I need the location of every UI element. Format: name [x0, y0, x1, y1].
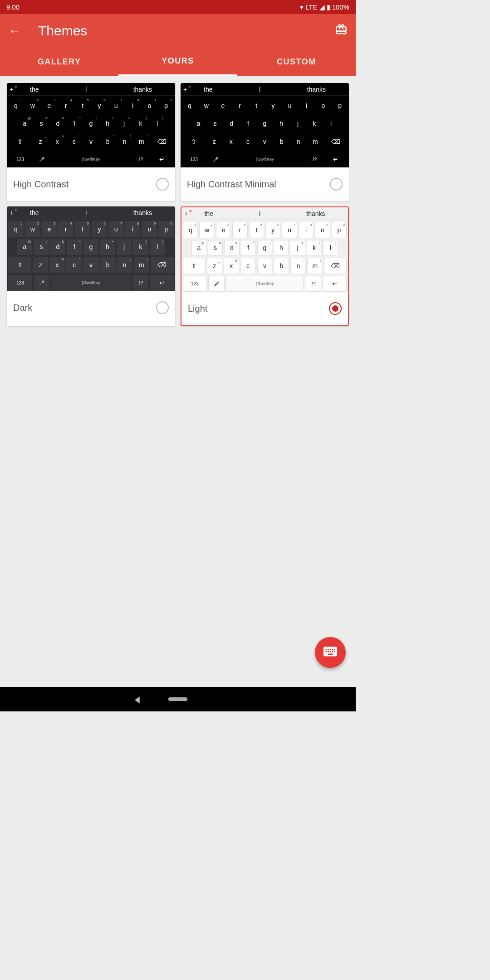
key: "c: [66, 257, 82, 273]
theme-card-high-contrast-minimal[interactable]: + the I thanks qwertyuiopasdfghjkl⇧zxcvb…: [181, 83, 349, 201]
notification-dot-icon: [189, 86, 191, 88]
key: 7u: [108, 221, 124, 237]
key: +h: [100, 239, 115, 255]
key: ;n: [290, 258, 306, 274]
key: +h: [100, 116, 115, 132]
radio-unchecked[interactable]: [330, 178, 343, 191]
key: (k: [133, 116, 148, 132]
notification-dot-icon: [15, 86, 17, 88]
shift-key: ⇧: [8, 133, 31, 150]
enter-key: ↵: [323, 276, 347, 292]
tab-gallery[interactable]: GALLERY: [0, 48, 118, 76]
key: 4r: [58, 98, 74, 114]
keyboard-preview: + the I thanks 1q2w3e4r5t6y7u8i9o0p@a#s&…: [7, 83, 175, 167]
enter-key: ↵: [150, 275, 174, 291]
backspace-key: ⌫: [324, 133, 348, 150]
plus-icon: +: [10, 86, 13, 93]
plus-icon: +: [184, 210, 188, 217]
key: k: [307, 116, 322, 132]
theme-label: Dark: [13, 303, 32, 313]
space-key: ⟫SwiftKey: [226, 276, 304, 292]
mic-key: 🎤: [34, 275, 49, 291]
key: b: [274, 133, 289, 150]
mic-key: 🎤: [34, 152, 49, 168]
theme-card-dark[interactable]: + the I thanks 1q2w3e4r5t6y7u8i9o0p@a#s&…: [7, 206, 175, 326]
punctuation-key: .!?: [306, 152, 322, 168]
key: 3e: [42, 98, 57, 114]
notification-dot-icon: [15, 209, 17, 211]
key: g: [257, 116, 273, 132]
key: y: [265, 98, 281, 114]
nav-back-icon[interactable]: ◀: [135, 694, 140, 705]
key: 4r: [232, 222, 247, 238]
key: &d: [50, 239, 66, 255]
back-icon[interactable]: ←: [8, 24, 21, 38]
key: u: [282, 98, 298, 114]
key: 5t: [75, 221, 90, 237]
key: 9o: [142, 98, 157, 114]
punctuation-key: .!?: [305, 276, 321, 292]
key: $x: [49, 133, 65, 150]
key: *f: [67, 239, 82, 255]
key: +h: [274, 240, 289, 256]
key: 0p: [158, 221, 174, 237]
numbers-key: 123: [8, 275, 32, 291]
theme-card-high-contrast[interactable]: + the I thanks 1q2w3e4r5t6y7u8i9o0p@a#s&…: [7, 83, 175, 201]
key: 2w: [199, 222, 214, 238]
key: w: [199, 98, 214, 114]
key: &d: [224, 240, 239, 256]
numbers-key: 123: [8, 152, 32, 168]
key: =j: [290, 240, 305, 256]
key: @a: [17, 239, 33, 255]
key: @a: [17, 116, 33, 132]
theme-label: High Contrast: [13, 179, 69, 190]
keyboard-fab[interactable]: [315, 637, 346, 668]
app-bar: ← Themes: [0, 14, 356, 48]
wifi-icon: ▾: [300, 3, 304, 11]
key: )l: [150, 239, 165, 255]
key: 2w: [25, 98, 40, 114]
key: 5t: [249, 222, 264, 238]
key: m: [308, 133, 323, 150]
key: 6y: [92, 221, 107, 237]
shift-key: ⇧: [183, 258, 206, 274]
key: t: [249, 98, 264, 114]
key: s: [207, 116, 223, 132]
key: ;n: [117, 133, 132, 150]
navigation-bar: ◀: [0, 687, 356, 711]
key: "c: [240, 258, 256, 274]
key: -g: [257, 240, 272, 256]
key: h: [274, 116, 289, 132]
key: :b: [100, 257, 116, 273]
status-right: ▾ LTE ◢ ▮ 100%: [300, 3, 349, 11]
punctuation-key: .!?: [132, 275, 148, 291]
key: 5t: [75, 98, 90, 114]
radio-unchecked[interactable]: [156, 301, 169, 314]
key: i: [299, 98, 314, 114]
key: #s: [34, 116, 49, 132]
key: e: [216, 98, 231, 114]
key: 'v: [83, 257, 98, 273]
mic-key: 🎤: [208, 276, 225, 292]
key: )l: [150, 116, 165, 132]
key: #s: [208, 240, 223, 256]
key: n: [291, 133, 306, 150]
key: 'v: [83, 133, 98, 150]
key: 4r: [58, 221, 74, 237]
tab-custom[interactable]: CUSTOM: [237, 48, 356, 76]
key: !m: [307, 258, 323, 274]
key: 6y: [92, 98, 107, 114]
key: )l: [323, 240, 338, 256]
key: _z: [33, 133, 48, 150]
radio-checked[interactable]: [329, 302, 342, 315]
nav-home-icon[interactable]: [168, 697, 187, 701]
numbers-key: 123: [182, 152, 206, 168]
plus-icon: +: [10, 209, 13, 216]
radio-unchecked[interactable]: [156, 178, 169, 191]
tab-yours[interactable]: YOURS: [118, 48, 237, 76]
key: $x: [224, 258, 239, 274]
theme-card-light[interactable]: + the I thanks 1q2w3e4r5t6y7u8i9o0p@a#s&…: [181, 206, 349, 326]
gift-icon[interactable]: [335, 23, 348, 39]
key: 8i: [125, 98, 141, 114]
key: 3e: [216, 222, 231, 238]
